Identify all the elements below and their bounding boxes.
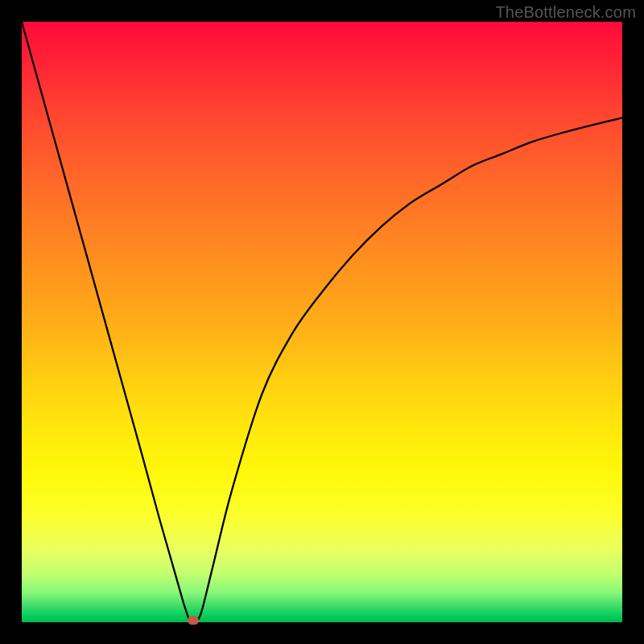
chart-frame: TheBottleneck.com	[0, 0, 644, 644]
bottleneck-curve	[22, 22, 622, 622]
plot-area	[22, 22, 622, 622]
optimal-marker	[188, 616, 199, 625]
watermark-text: TheBottleneck.com	[495, 3, 636, 22]
